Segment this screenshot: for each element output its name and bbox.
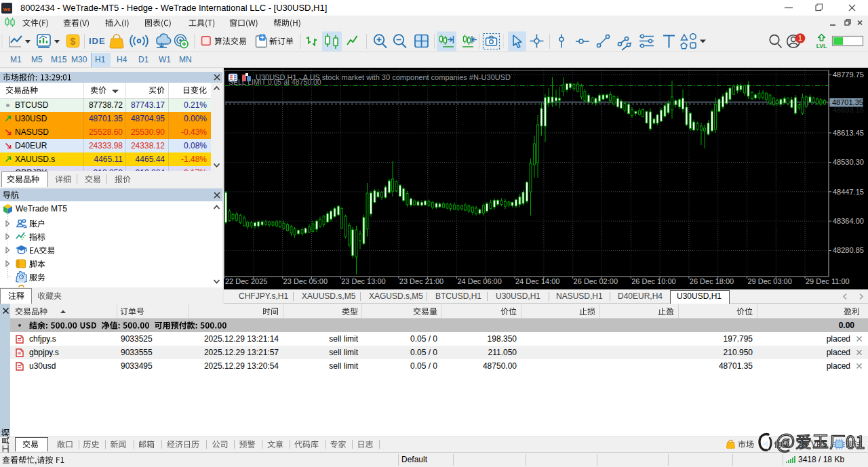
svg-text:23 Dec 21:00: 23 Dec 21:00	[399, 277, 443, 285]
svg-text:29 Dec 03:00: 29 Dec 03:00	[747, 277, 791, 285]
svg-text:48530.30: 48530.30	[833, 158, 864, 166]
svg-text:23 Dec 13:00: 23 Dec 13:00	[341, 277, 385, 285]
svg-text:$: $	[71, 36, 76, 47]
svg-text:48364.00: 48364.00	[833, 217, 864, 225]
svg-text:48693.15: 48693.15	[833, 106, 864, 114]
svg-text:29 Dec 11:00: 29 Dec 11:00	[806, 277, 850, 285]
svg-text:23 Dec 05:00: 23 Dec 05:00	[283, 277, 328, 285]
svg-text:48701.35: 48701.35	[832, 98, 863, 106]
svg-text:LVL: LVL	[816, 43, 827, 49]
svg-text:48447.15: 48447.15	[833, 188, 864, 196]
svg-text:we: we	[3, 6, 11, 12]
svg-text:48779.75: 48779.75	[833, 70, 864, 79]
svg-text:24 Dec 14:00: 24 Dec 14:00	[515, 277, 559, 285]
svg-text:1: 1	[798, 34, 802, 42]
svg-text:22 Dec 2025: 22 Dec 2025	[225, 277, 267, 285]
svg-text:48280.85: 48280.85	[833, 246, 864, 254]
svg-text:26 Dec 18:00: 26 Dec 18:00	[690, 277, 734, 285]
svg-text:26 Dec 10:00: 26 Dec 10:00	[631, 277, 675, 285]
svg-text:24 Dec 06:00: 24 Dec 06:00	[457, 277, 501, 285]
svg-text:SELL LIMIT 0.05 at 48750.00: SELL LIMIT 0.05 at 48750.00	[229, 78, 321, 86]
svg-text:48613.45: 48613.45	[833, 129, 864, 137]
svg-text:26 Dec 02:00: 26 Dec 02:00	[574, 277, 618, 285]
